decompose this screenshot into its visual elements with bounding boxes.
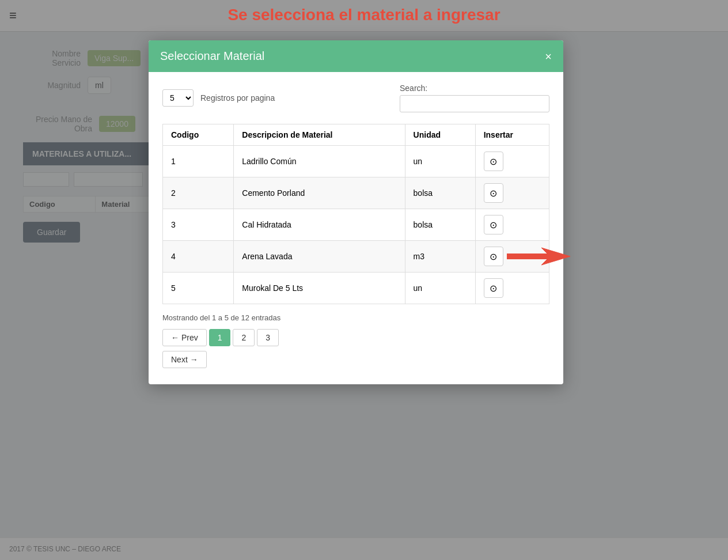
cell-descripcion: Cal Hidratada [234,209,405,241]
table-row: 3Cal Hidratadabolsa⊙ [163,209,549,241]
page-2-button[interactable]: 2 [233,329,255,346]
cell-codigo: 1 [163,146,234,177]
cell-descripcion: Murokal De 5 Lts [234,273,405,304]
insert-button-2[interactable]: ⊙ [484,183,503,203]
th-insertar: Insertar [475,124,549,146]
svg-rect-1 [507,253,550,259]
cell-insertar: ⊙ [475,146,549,177]
pagination: ← Prev 1 2 3 [162,329,549,346]
per-page-select[interactable]: 5 10 25 50 [162,89,194,107]
modal-body: 5 10 25 50 Registros por pagina Search: … [149,72,563,384]
insert-button-5[interactable]: ⊙ [484,278,503,298]
arrow-annotation [507,242,570,271]
page-annotation: Se selecciona el material a ingresar [0,6,728,24]
table-row: 2Cemento Porlandbolsa⊙ [163,177,549,209]
cell-unidad: un [405,273,475,304]
per-page-label: Registros por pagina [200,93,275,103]
cell-insertar: ⊙ [475,209,549,241]
insert-button-4[interactable]: ⊙ [484,247,503,266]
page-1-button[interactable]: 1 [209,329,231,346]
prev-button[interactable]: ← Prev [162,329,207,346]
search-input[interactable] [400,95,549,112]
th-descripcion: Descripcion de Material [234,124,405,146]
material-table: Codigo Descripcion de Material Unidad In… [162,124,549,304]
cell-descripcion: Ladrillo Común [234,146,405,177]
controls-left: 5 10 25 50 Registros por pagina [162,89,275,107]
next-button[interactable]: Next → [162,351,207,368]
table-row: 1Ladrillo Comúnun⊙ [163,146,549,177]
cell-unidad: bolsa [405,177,475,209]
cell-descripcion: Cemento Porland [234,177,405,209]
modal: Seleccionar Material × 5 10 25 50 Regist… [149,40,563,384]
search-label: Search: [400,84,427,93]
cell-insertar: ⊙ [475,273,549,304]
arrow-icon [507,242,570,271]
pagination-info: Mostrando del 1 a 5 de 12 entradas [162,313,549,322]
th-unidad: Unidad [405,124,475,146]
controls-row: 5 10 25 50 Registros por pagina Search: [162,84,549,112]
cell-unidad: un [405,146,475,177]
insert-button-3[interactable]: ⊙ [484,215,503,234]
page-3-button[interactable]: 3 [257,329,279,346]
table-row: 4Arena Lavadam3⊙ [163,241,549,273]
th-codigo: Codigo [163,124,234,146]
cell-descripcion: Arena Lavada [234,241,405,273]
modal-header: Seleccionar Material × [149,40,563,72]
cell-codigo: 2 [163,177,234,209]
cell-codigo: 4 [163,241,234,273]
cell-insertar: ⊙ [475,177,549,209]
cell-codigo: 3 [163,209,234,241]
table-header-row: Codigo Descripcion de Material Unidad In… [163,124,549,146]
table-row: 5Murokal De 5 Ltsun⊙ [163,273,549,304]
cell-unidad: bolsa [405,209,475,241]
cell-unidad: m3 [405,241,475,273]
controls-right: Search: [400,84,549,112]
modal-close-button[interactable]: × [545,51,552,62]
modal-title: Seleccionar Material [160,50,264,63]
insert-button-1[interactable]: ⊙ [484,152,503,171]
cell-codigo: 5 [163,273,234,304]
